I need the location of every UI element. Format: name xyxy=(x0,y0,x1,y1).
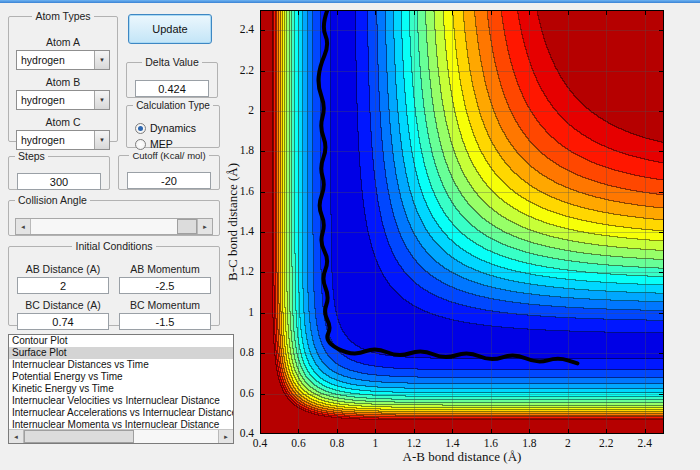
arrow-left-icon[interactable]: ◄ xyxy=(9,430,24,443)
y-tick-label: 2.2 xyxy=(228,64,254,76)
atom-b-value: hydrogen xyxy=(17,94,94,106)
atom-c-value: hydrogen xyxy=(17,134,94,146)
x-tick-label: 1.8 xyxy=(522,437,536,449)
collision-angle-slider[interactable]: ◄ ► xyxy=(15,218,213,235)
y-tick-label: 2 xyxy=(228,104,254,116)
y-axis-label: B-C bond distance (Å) xyxy=(225,163,241,281)
x-tick-label: 2 xyxy=(565,437,571,449)
chevron-down-icon[interactable]: ▼ xyxy=(94,131,109,149)
list-item[interactable]: Surface Plot xyxy=(9,347,233,359)
list-item[interactable]: Internuclear Momenta vs Internuclear Dis… xyxy=(9,419,233,429)
radio-mep-label: MEP xyxy=(150,138,173,150)
cutoff-input[interactable] xyxy=(127,172,211,189)
radio-dynamics[interactable]: Dynamics xyxy=(135,122,196,134)
collision-angle-title: Collision Angle xyxy=(15,194,90,206)
bc-distance-input[interactable] xyxy=(17,313,109,330)
delta-value-input[interactable] xyxy=(135,80,209,97)
y-tick-label: 0.8 xyxy=(228,346,254,358)
atom-types-panel: Atom Types Atom A hydrogen ▼ Atom B hydr… xyxy=(8,10,118,142)
ab-distance-label: AB Distance (A) xyxy=(17,263,109,275)
collision-angle-panel: Collision Angle ◄ ► xyxy=(8,194,220,236)
radio-dynamics-label: Dynamics xyxy=(150,122,196,134)
slider-track[interactable] xyxy=(31,219,197,234)
delta-value-panel: Delta Value xyxy=(126,56,218,98)
ab-distance-input[interactable] xyxy=(17,277,109,294)
contour-plot-canvas xyxy=(260,10,664,434)
listbox-hscrollbar[interactable]: ◄ ► xyxy=(9,429,233,443)
app-window: Atom Types Atom A hydrogen ▼ Atom B hydr… xyxy=(0,0,700,470)
list-item[interactable]: Potential Energy vs Time xyxy=(9,371,233,383)
radio-button-icon xyxy=(135,123,146,134)
y-tick-label: 1 xyxy=(228,306,254,318)
initial-conditions-panel: Initial Conditions AB Distance (A) AB Mo… xyxy=(8,240,220,326)
bc-momentum-input[interactable] xyxy=(119,313,211,330)
y-tick-label: 0.6 xyxy=(228,387,254,399)
arrow-right-icon[interactable]: ► xyxy=(197,219,212,234)
x-tick-label: 2.2 xyxy=(599,437,613,449)
atom-c-label: Atom C xyxy=(9,116,117,128)
atom-a-value: hydrogen xyxy=(17,54,94,66)
cutoff-panel: Cutoff (Kcal/ mol) xyxy=(118,150,220,190)
x-tick-label: 1.4 xyxy=(445,437,459,449)
x-tick-label: 0.8 xyxy=(330,437,344,449)
x-tick-label: 1.2 xyxy=(407,437,421,449)
y-tick-label: 2.4 xyxy=(228,23,254,35)
delta-value-title: Delta Value xyxy=(142,56,202,68)
list-item[interactable]: Kinetic Energy vs Time xyxy=(9,383,233,395)
list-item[interactable]: Internuclear Velocities vs Internuclear … xyxy=(9,395,233,407)
cutoff-title: Cutoff (Kcal/ mol) xyxy=(129,150,208,161)
list-items: Contour PlotSurface PlotInternuclear Dis… xyxy=(9,335,233,429)
x-tick-label: 1 xyxy=(373,437,379,449)
calculation-type-panel: Calculation Type Dynamics MEP xyxy=(126,100,220,148)
calculation-type-title: Calculation Type xyxy=(133,100,213,111)
ab-momentum-input[interactable] xyxy=(119,277,211,294)
chevron-down-icon[interactable]: ▼ xyxy=(94,51,109,69)
x-tick-label: 1.6 xyxy=(484,437,498,449)
steps-input[interactable] xyxy=(17,173,101,190)
x-tick-label: 0.4 xyxy=(253,437,267,449)
window-title-strip xyxy=(0,0,700,3)
atom-types-title: Atom Types xyxy=(32,10,93,22)
radio-button-icon xyxy=(135,139,146,150)
arrow-left-icon[interactable]: ◄ xyxy=(16,219,31,234)
atom-a-label: Atom A xyxy=(9,36,117,48)
initial-conditions-title: Initial Conditions xyxy=(72,240,155,252)
list-item[interactable]: Internuclear Accelerations vs Internucle… xyxy=(9,407,233,419)
list-item[interactable]: Internuclear Distances vs Time xyxy=(9,359,233,371)
radio-mep[interactable]: MEP xyxy=(135,138,173,150)
x-tick-label: 0.6 xyxy=(291,437,305,449)
atom-b-label: Atom B xyxy=(9,76,117,88)
plot-type-listbox[interactable]: Contour PlotSurface PlotInternuclear Dis… xyxy=(8,334,234,444)
chevron-down-icon[interactable]: ▼ xyxy=(94,91,109,109)
steps-title: Steps xyxy=(15,150,48,162)
y-tick-label: 0.4 xyxy=(228,427,254,439)
ab-momentum-label: AB Momentum xyxy=(119,263,211,275)
y-tick-label: 1.8 xyxy=(228,144,254,156)
atom-a-select[interactable]: hydrogen ▼ xyxy=(16,50,110,70)
scrollbar-track[interactable] xyxy=(24,430,218,443)
steps-panel: Steps xyxy=(8,150,110,190)
atom-c-select[interactable]: hydrogen ▼ xyxy=(16,130,110,150)
bc-momentum-label: BC Momentum xyxy=(119,299,211,311)
scrollbar-thumb[interactable] xyxy=(24,430,134,443)
x-tick-label: 2.4 xyxy=(638,437,652,449)
bc-distance-label: BC Distance (A) xyxy=(17,299,109,311)
list-item[interactable]: Contour Plot xyxy=(9,335,233,347)
atom-b-select[interactable]: hydrogen ▼ xyxy=(16,90,110,110)
x-axis-label: A-B bond distance (Å) xyxy=(403,449,522,465)
update-button[interactable]: Update xyxy=(128,14,212,44)
slider-thumb[interactable] xyxy=(177,219,197,234)
